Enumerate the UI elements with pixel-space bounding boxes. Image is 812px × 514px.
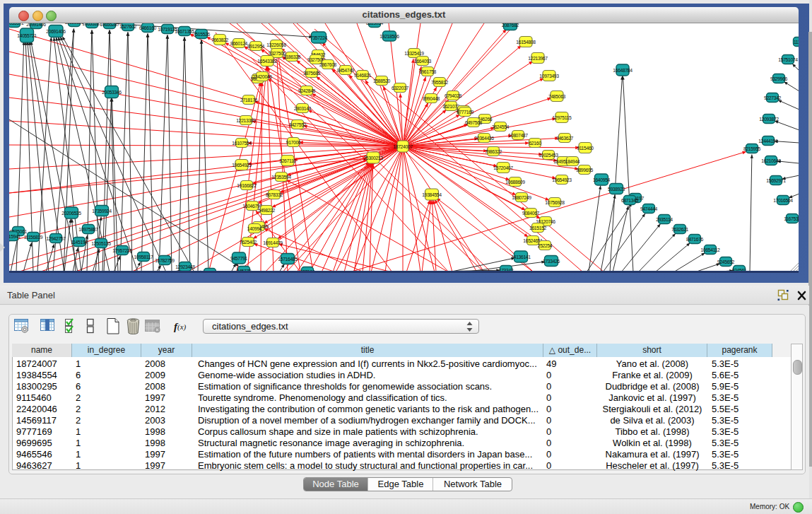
svg-text:8678332: 8678332 xyxy=(266,192,283,197)
svg-text:7632621: 7632621 xyxy=(671,227,689,232)
svg-text:12353594: 12353594 xyxy=(271,175,291,180)
svg-text:25300213: 25300213 xyxy=(363,156,383,160)
svg-text:1733426: 1733426 xyxy=(543,259,560,264)
svg-text:10688609: 10688609 xyxy=(505,180,525,185)
svg-text:16543382: 16543382 xyxy=(257,59,277,64)
svg-text:17957225: 17957225 xyxy=(112,248,132,253)
svg-text:3915941: 3915941 xyxy=(9,234,21,239)
svg-text:9242848: 9242848 xyxy=(298,88,316,93)
svg-text:2087682: 2087682 xyxy=(502,23,519,28)
svg-text:1527602: 1527602 xyxy=(119,24,137,29)
svg-text:9146821: 9146821 xyxy=(354,73,372,78)
svg-text:19654923: 19654923 xyxy=(552,177,572,182)
svg-text:6961758: 6961758 xyxy=(419,69,437,74)
svg-text:14136141: 14136141 xyxy=(511,255,531,259)
svg-text:23420046: 23420046 xyxy=(252,74,272,79)
svg-text:1588520: 1588520 xyxy=(373,78,391,83)
svg-text:7357224: 7357224 xyxy=(310,35,328,40)
svg-text:7955812: 7955812 xyxy=(431,80,449,85)
svg-text:2803144: 2803144 xyxy=(294,106,312,111)
svg-text:19166822: 19166822 xyxy=(237,183,257,188)
svg-text:18724007: 18724007 xyxy=(393,144,413,149)
svg-text:16671355: 16671355 xyxy=(175,29,194,34)
svg-text:6497568: 6497568 xyxy=(465,120,483,125)
svg-text:10756928: 10756928 xyxy=(545,200,565,205)
svg-text:10807487: 10807487 xyxy=(508,133,528,138)
svg-text:1615152: 1615152 xyxy=(529,226,547,230)
svg-text:15692971: 15692971 xyxy=(766,178,786,183)
svg-text:1167533: 1167533 xyxy=(784,216,799,221)
svg-text:10973493: 10973493 xyxy=(539,74,559,78)
svg-text:15716485: 15716485 xyxy=(278,257,298,262)
svg-text:7625402: 7625402 xyxy=(240,240,257,245)
svg-text:13226058: 13226058 xyxy=(266,42,286,47)
svg-text:7485063: 7485063 xyxy=(548,94,566,99)
svg-text:8660124: 8660124 xyxy=(230,41,248,46)
svg-text:19218506: 19218506 xyxy=(379,34,399,39)
svg-text:6322037: 6322037 xyxy=(392,86,409,90)
svg-text:8813054: 8813054 xyxy=(366,23,384,25)
svg-text:917006: 917006 xyxy=(286,140,301,145)
svg-text:6466160: 6466160 xyxy=(139,25,157,30)
svg-text:17359924: 17359924 xyxy=(92,209,112,214)
svg-text:16107554: 16107554 xyxy=(232,141,252,146)
svg-text:8215955: 8215955 xyxy=(743,146,761,151)
svg-text:8912954: 8912954 xyxy=(247,44,265,49)
svg-text:7515526: 7515526 xyxy=(193,32,211,37)
svg-text:5938923: 5938923 xyxy=(608,187,625,192)
svg-text:12444191: 12444191 xyxy=(758,139,778,144)
svg-text:11156819: 11156819 xyxy=(24,235,43,240)
svg-text:14055721: 14055721 xyxy=(17,33,37,38)
svg-text:9474444: 9474444 xyxy=(640,206,658,211)
svg-text:10958117: 10958117 xyxy=(134,255,154,259)
svg-text:9227342: 9227342 xyxy=(764,95,782,100)
svg-text:9115460: 9115460 xyxy=(577,146,594,151)
svg-text:17016504: 17016504 xyxy=(773,198,793,203)
svg-text:5498222: 5498222 xyxy=(258,208,276,213)
svg-text:6794028: 6794028 xyxy=(445,93,462,98)
svg-text:2935114: 2935114 xyxy=(656,217,673,222)
svg-text:9084067: 9084067 xyxy=(522,211,540,216)
svg-text:12923448: 12923448 xyxy=(175,264,195,269)
svg-text:8471676: 8471676 xyxy=(686,237,704,242)
svg-text:9457791: 9457791 xyxy=(230,256,248,261)
svg-text:20364436: 20364436 xyxy=(474,136,494,141)
svg-text:15751074: 15751074 xyxy=(778,57,798,62)
svg-text:10975887: 10975887 xyxy=(78,227,98,232)
svg-text:19654925: 19654925 xyxy=(232,163,252,168)
svg-text:15720407: 15720407 xyxy=(493,165,513,170)
svg-text:9899695: 9899695 xyxy=(576,168,594,173)
svg-text:8990448: 8990448 xyxy=(423,96,440,101)
svg-text:2867608: 2867608 xyxy=(319,62,337,67)
svg-text:8427552: 8427552 xyxy=(289,122,307,127)
svg-text:12942757: 12942757 xyxy=(46,236,66,241)
svg-text:19384554: 19384554 xyxy=(422,192,442,197)
svg-text:12093872: 12093872 xyxy=(759,117,779,122)
svg-text:11653526: 11653526 xyxy=(65,23,85,25)
svg-text:13325419: 13325419 xyxy=(404,51,424,56)
svg-text:16914479: 16914479 xyxy=(263,240,283,245)
svg-text:6871345: 6871345 xyxy=(621,198,639,203)
svg-text:3267110: 3267110 xyxy=(279,158,296,163)
svg-text:1640954: 1640954 xyxy=(593,177,611,182)
svg-text:20206535: 20206535 xyxy=(61,211,81,216)
svg-text:14035572: 14035572 xyxy=(9,23,24,25)
svg-text:62160: 62160 xyxy=(529,141,541,146)
svg-text:16782759: 16782759 xyxy=(155,258,175,263)
svg-text:7986322: 7986322 xyxy=(485,149,502,154)
svg-text:9329966: 9329966 xyxy=(770,76,788,81)
svg-text:7663822: 7663822 xyxy=(211,37,229,42)
svg-text:10655287: 10655287 xyxy=(82,23,102,26)
svg-text:20991406: 20991406 xyxy=(26,23,46,27)
svg-text:3875685: 3875685 xyxy=(303,71,321,76)
svg-text:140994: 140994 xyxy=(247,226,262,231)
svg-text:2718176: 2718176 xyxy=(240,98,258,103)
svg-text:1145194: 1145194 xyxy=(71,240,88,245)
svg-text:10025453: 10025453 xyxy=(539,153,558,158)
svg-text:9463627: 9463627 xyxy=(556,136,574,141)
svg-text:184944: 184944 xyxy=(565,159,580,164)
svg-text:10655287: 10655287 xyxy=(100,23,119,27)
svg-text:10654112: 10654112 xyxy=(701,247,721,252)
svg-text:1664093: 1664093 xyxy=(414,59,432,64)
svg-text:20691406: 20691406 xyxy=(46,29,66,34)
